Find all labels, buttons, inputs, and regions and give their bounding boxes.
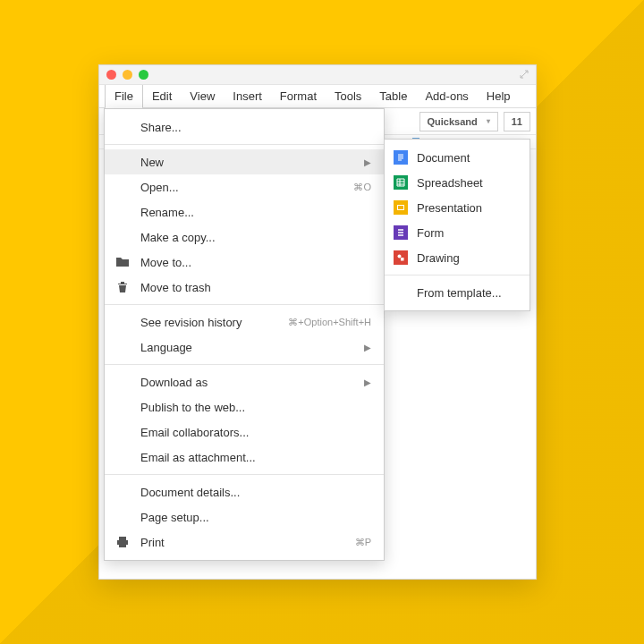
separator <box>105 364 384 365</box>
submenu-document[interactable]: Document <box>385 145 530 170</box>
menu-tools[interactable]: Tools <box>326 85 370 107</box>
menuitem-label: Rename... <box>140 206 194 219</box>
shortcut-label: ⌘O <box>353 182 371 193</box>
menuitem-label: Publish to the web... <box>140 401 245 414</box>
font-size-label: 11 <box>512 116 522 127</box>
presentation-icon <box>394 200 408 215</box>
menuitem-label: Email as attachment... <box>140 451 256 464</box>
menuitem-label: See revision history <box>140 316 242 329</box>
menuitem-revision-history[interactable]: See revision history ⌘+Option+Shift+H <box>105 309 384 335</box>
menuitem-label: New <box>140 156 164 169</box>
menuitem-page-setup[interactable]: Page setup... <box>105 504 384 530</box>
menu-table[interactable]: Table <box>370 85 416 107</box>
menu-format[interactable]: Format <box>271 85 326 107</box>
submenu-label: Form <box>417 226 444 240</box>
spreadsheet-icon <box>394 175 408 190</box>
font-size-selector[interactable]: 11 <box>504 112 530 131</box>
menuitem-language[interactable]: Language ▶ <box>105 335 384 360</box>
menuitem-rename[interactable]: Rename... <box>105 199 384 225</box>
menuitem-label: Move to trash <box>140 281 211 294</box>
menu-edit[interactable]: Edit <box>143 85 181 107</box>
drawing-icon <box>394 250 408 265</box>
zoom-window-icon[interactable] <box>139 70 148 80</box>
menuitem-new[interactable]: New ▶ <box>105 149 384 174</box>
menuitem-move-to-trash[interactable]: Move to trash <box>105 275 384 300</box>
menuitem-label: Language <box>140 341 192 354</box>
submenu-label: Presentation <box>417 201 482 215</box>
submenu-form[interactable]: Form <box>385 220 530 245</box>
submenu-label: From template... <box>417 286 502 300</box>
menuitem-move-to[interactable]: Move to... <box>105 250 384 275</box>
print-icon <box>115 535 130 549</box>
shortcut-label: ⌘P <box>355 537 371 548</box>
submenu-label: Document <box>417 151 470 165</box>
new-submenu: Document Spreadsheet Presentation Form D… <box>384 139 530 311</box>
menuitem-label: Make a copy... <box>140 231 216 244</box>
folder-icon <box>115 255 130 269</box>
menu-view[interactable]: View <box>181 85 224 107</box>
submenu-from-template[interactable]: From template... <box>385 280 530 305</box>
menuitem-label: Document details... <box>140 486 240 499</box>
menu-help[interactable]: Help <box>478 85 520 107</box>
menuitem-label: Share... <box>140 121 182 134</box>
svg-rect-2 <box>401 258 404 261</box>
menuitem-email-attachment[interactable]: Email as attachment... <box>105 445 384 470</box>
submenu-label: Spreadsheet <box>417 176 483 190</box>
file-menu-dropdown: Share... New ▶ Open... ⌘O Rename... Make… <box>104 108 385 561</box>
menuitem-document-details[interactable]: Document details... <box>105 479 384 504</box>
submenu-arrow-icon: ▶ <box>364 343 371 352</box>
separator <box>105 474 384 475</box>
minimize-window-icon[interactable] <box>123 70 132 80</box>
app-window: File Edit View Insert Format Tools Table… <box>98 64 537 580</box>
submenu-arrow-icon: ▶ <box>364 157 371 167</box>
svg-point-1 <box>398 255 402 258</box>
submenu-presentation[interactable]: Presentation <box>385 195 530 220</box>
menu-addons[interactable]: Add-ons <box>416 85 477 107</box>
svg-rect-0 <box>398 206 404 210</box>
menuitem-label: Download as <box>140 376 208 389</box>
menuitem-publish-web[interactable]: Publish to the web... <box>105 394 384 419</box>
menuitem-label: Email collaborators... <box>140 426 249 439</box>
form-icon <box>394 225 408 240</box>
menuitem-make-copy[interactable]: Make a copy... <box>105 225 384 250</box>
menubar: File Edit View Insert Format Tools Table… <box>99 85 536 108</box>
separator <box>105 144 384 145</box>
separator <box>385 275 530 275</box>
window-controls <box>106 70 148 80</box>
document-icon <box>394 150 408 165</box>
menu-insert[interactable]: Insert <box>224 85 271 107</box>
menuitem-share[interactable]: Share... <box>105 114 384 140</box>
menu-file[interactable]: File <box>105 85 143 107</box>
separator <box>105 304 384 305</box>
submenu-drawing[interactable]: Drawing <box>385 245 530 270</box>
titlebar <box>99 65 536 85</box>
menuitem-label: Print <box>140 536 165 549</box>
menuitem-email-collaborators[interactable]: Email collaborators... <box>105 419 384 445</box>
font-selector[interactable]: Quicksand ▾ <box>419 112 498 131</box>
submenu-arrow-icon: ▶ <box>364 377 371 387</box>
trash-icon <box>115 280 130 294</box>
menuitem-print[interactable]: Print ⌘P <box>105 530 384 555</box>
menuitem-open[interactable]: Open... ⌘O <box>105 174 384 199</box>
menuitem-label: Page setup... <box>140 511 209 524</box>
submenu-label: Drawing <box>417 251 460 265</box>
menuitem-label: Open... <box>140 181 179 194</box>
menuitem-download-as[interactable]: Download as ▶ <box>105 369 384 394</box>
shortcut-label: ⌘+Option+Shift+H <box>288 317 371 328</box>
fullscreen-icon[interactable] <box>520 70 529 79</box>
menuitem-label: Move to... <box>140 256 191 269</box>
submenu-spreadsheet[interactable]: Spreadsheet <box>385 170 530 195</box>
close-window-icon[interactable] <box>106 70 116 80</box>
chevron-down-icon: ▾ <box>487 117 490 125</box>
font-name-label: Quicksand <box>428 116 478 127</box>
